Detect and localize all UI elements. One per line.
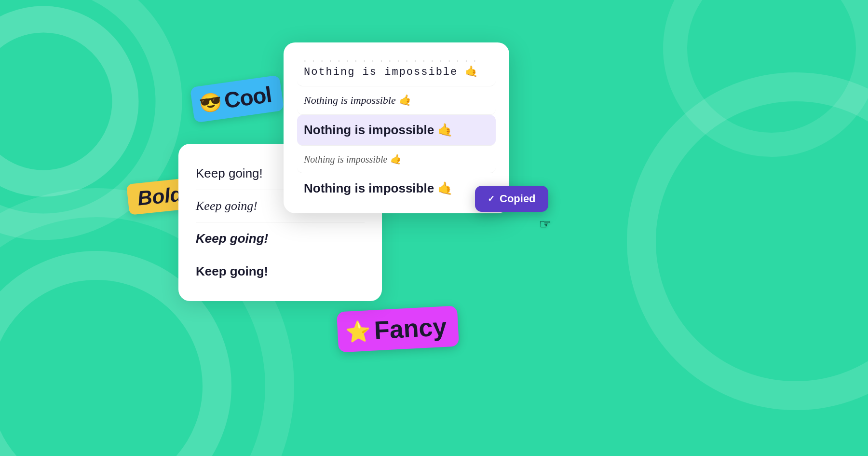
fancy-badge-label: Fancy bbox=[373, 312, 447, 345]
front-card-row-5[interactable]: Nothing is impossible 🤙 bbox=[297, 173, 496, 204]
cool-badge-emoji: 😎 bbox=[198, 92, 223, 113]
fancy-badge-emoji: ⭐ bbox=[345, 319, 371, 344]
front-card-row-2[interactable]: Nothing is impossible 🤙 bbox=[297, 86, 496, 115]
cursor-icon: ☞ bbox=[539, 216, 551, 232]
front-card-row-1[interactable]: ° ° ° ° ° ° ° ° ° ° ° ° ° ° ° ° ° ° ° ° … bbox=[297, 52, 496, 86]
svg-point-5 bbox=[675, 0, 868, 145]
svg-point-4 bbox=[641, 87, 868, 396]
front-card-row-4[interactable]: Nothing is impossible 🤙 bbox=[297, 146, 496, 173]
copied-label: Copied bbox=[500, 193, 536, 205]
svg-point-0 bbox=[0, 19, 125, 183]
bold-badge-label: Bold bbox=[136, 182, 184, 209]
cool-badge: 😎 Cool bbox=[190, 75, 285, 123]
back-card-row-3[interactable]: Keep going! bbox=[196, 222, 365, 255]
copied-tooltip: ✓ Copied bbox=[475, 186, 548, 212]
fancy-badge: ⭐ Fancy bbox=[337, 306, 459, 353]
check-icon: ✓ bbox=[488, 193, 495, 204]
front-card-row-3[interactable]: Nothing is impossible 🤙 bbox=[297, 115, 496, 146]
cool-badge-label: Cool bbox=[223, 81, 273, 113]
back-card-row-4[interactable]: Keep going! bbox=[196, 255, 365, 288]
front-card: ° ° ° ° ° ° ° ° ° ° ° ° ° ° ° ° ° ° ° ° … bbox=[284, 42, 509, 213]
